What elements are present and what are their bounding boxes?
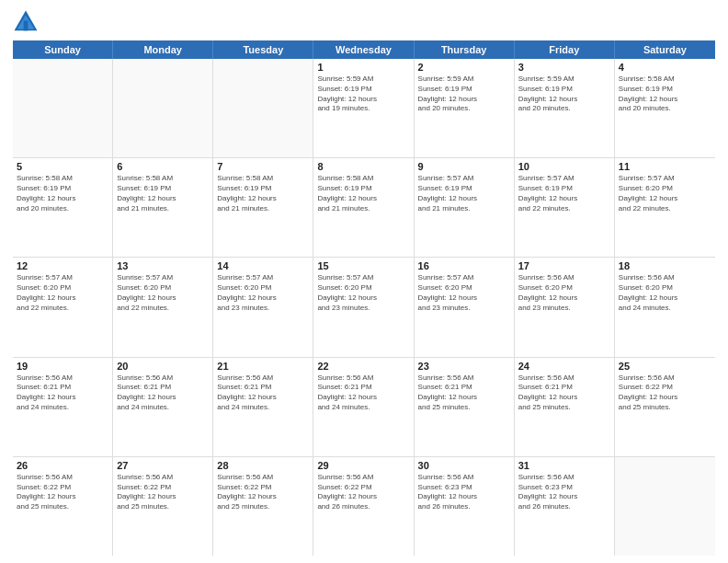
day-number: 20	[117, 361, 209, 372]
day-info: Sunrise: 5:58 AM Sunset: 6:19 PM Dayligh…	[117, 174, 209, 213]
calendar-day-25: 25Sunrise: 5:56 AM Sunset: 6:22 PM Dayli…	[615, 358, 715, 456]
calendar-day-3: 3Sunrise: 5:59 AM Sunset: 6:19 PM Daylig…	[515, 59, 615, 157]
calendar-day-26: 26Sunrise: 5:56 AM Sunset: 6:22 PM Dayli…	[13, 457, 113, 556]
day-info: Sunrise: 5:58 AM Sunset: 6:19 PM Dayligh…	[17, 174, 108, 213]
calendar-day-2: 2Sunrise: 5:59 AM Sunset: 6:19 PM Daylig…	[415, 59, 515, 157]
day-info: Sunrise: 5:57 AM Sunset: 6:20 PM Dayligh…	[117, 273, 209, 313]
day-info: Sunrise: 5:57 AM Sunset: 6:20 PM Dayligh…	[217, 273, 309, 313]
day-number: 17	[518, 260, 610, 271]
calendar-day-19: 19Sunrise: 5:56 AM Sunset: 6:21 PM Dayli…	[13, 358, 113, 456]
day-number: 18	[619, 260, 711, 271]
header	[13, 9, 715, 35]
weekday-header-tuesday: Tuesday	[213, 40, 313, 59]
day-info: Sunrise: 5:56 AM Sunset: 6:21 PM Dayligh…	[217, 373, 309, 413]
svg-rect-2	[24, 20, 28, 30]
calendar-day-21: 21Sunrise: 5:56 AM Sunset: 6:21 PM Dayli…	[213, 358, 313, 456]
day-number: 11	[619, 161, 711, 172]
day-info: Sunrise: 5:58 AM Sunset: 6:19 PM Dayligh…	[619, 75, 711, 114]
day-info: Sunrise: 5:59 AM Sunset: 6:19 PM Dayligh…	[317, 75, 409, 114]
day-info: Sunrise: 5:56 AM Sunset: 6:22 PM Dayligh…	[17, 473, 108, 512]
calendar-day-4: 4Sunrise: 5:58 AM Sunset: 6:19 PM Daylig…	[615, 59, 715, 157]
day-number: 3	[518, 62, 610, 73]
calendar-week-3: 12Sunrise: 5:57 AM Sunset: 6:20 PM Dayli…	[13, 258, 715, 357]
calendar-day-6: 6Sunrise: 5:58 AM Sunset: 6:19 PM Daylig…	[113, 158, 213, 257]
calendar-day-17: 17Sunrise: 5:56 AM Sunset: 6:20 PM Dayli…	[515, 258, 615, 356]
day-number: 1	[317, 62, 409, 73]
day-number: 5	[17, 161, 108, 172]
day-number: 4	[619, 62, 711, 73]
calendar-day-12: 12Sunrise: 5:57 AM Sunset: 6:20 PM Dayli…	[13, 258, 113, 356]
weekday-header-thursday: Thursday	[415, 40, 515, 59]
calendar-page: SundayMondayTuesdayWednesdayThursdayFrid…	[0, 0, 728, 563]
day-info: Sunrise: 5:56 AM Sunset: 6:22 PM Dayligh…	[217, 473, 309, 512]
day-number: 23	[418, 361, 510, 372]
day-info: Sunrise: 5:56 AM Sunset: 6:23 PM Dayligh…	[518, 473, 610, 512]
weekday-header-sunday: Sunday	[13, 40, 113, 59]
day-number: 21	[217, 361, 309, 372]
day-number: 15	[317, 260, 409, 271]
calendar-day-23: 23Sunrise: 5:56 AM Sunset: 6:21 PM Dayli…	[415, 358, 515, 456]
day-number: 31	[518, 460, 610, 471]
calendar-day-7: 7Sunrise: 5:58 AM Sunset: 6:19 PM Daylig…	[213, 158, 313, 257]
weekday-header-wednesday: Wednesday	[313, 40, 414, 59]
calendar-week-1: 1Sunrise: 5:59 AM Sunset: 6:19 PM Daylig…	[13, 59, 715, 158]
day-number: 25	[619, 361, 711, 372]
calendar-day-empty	[213, 59, 313, 157]
day-number: 7	[217, 161, 309, 172]
day-info: Sunrise: 5:57 AM Sunset: 6:20 PM Dayligh…	[317, 273, 409, 313]
calendar-day-empty	[615, 457, 715, 556]
day-info: Sunrise: 5:56 AM Sunset: 6:21 PM Dayligh…	[418, 373, 510, 413]
calendar-day-18: 18Sunrise: 5:56 AM Sunset: 6:20 PM Dayli…	[615, 258, 715, 356]
day-number: 9	[418, 161, 510, 172]
day-info: Sunrise: 5:57 AM Sunset: 6:19 PM Dayligh…	[518, 174, 610, 213]
weekday-header-monday: Monday	[113, 40, 213, 59]
calendar-day-5: 5Sunrise: 5:58 AM Sunset: 6:19 PM Daylig…	[13, 158, 113, 257]
day-info: Sunrise: 5:59 AM Sunset: 6:19 PM Dayligh…	[518, 75, 610, 114]
day-number: 13	[117, 260, 209, 271]
day-info: Sunrise: 5:56 AM Sunset: 6:22 PM Dayligh…	[117, 473, 209, 512]
calendar-day-27: 27Sunrise: 5:56 AM Sunset: 6:22 PM Dayli…	[113, 457, 213, 556]
day-number: 27	[117, 460, 209, 471]
calendar-day-24: 24Sunrise: 5:56 AM Sunset: 6:21 PM Dayli…	[515, 358, 615, 456]
day-info: Sunrise: 5:56 AM Sunset: 6:20 PM Dayligh…	[518, 273, 610, 313]
calendar-day-31: 31Sunrise: 5:56 AM Sunset: 6:23 PM Dayli…	[515, 457, 615, 556]
day-number: 28	[217, 460, 309, 471]
day-info: Sunrise: 5:56 AM Sunset: 6:22 PM Dayligh…	[619, 373, 711, 413]
day-info: Sunrise: 5:57 AM Sunset: 6:20 PM Dayligh…	[619, 174, 711, 213]
day-number: 10	[518, 161, 610, 172]
calendar-day-empty	[113, 59, 213, 157]
calendar-day-20: 20Sunrise: 5:56 AM Sunset: 6:21 PM Dayli…	[113, 358, 213, 456]
day-number: 30	[418, 460, 510, 471]
calendar-day-16: 16Sunrise: 5:57 AM Sunset: 6:20 PM Dayli…	[415, 258, 515, 356]
day-number: 14	[217, 260, 309, 271]
day-number: 19	[17, 361, 108, 372]
calendar-day-13: 13Sunrise: 5:57 AM Sunset: 6:20 PM Dayli…	[113, 258, 213, 356]
day-number: 24	[518, 361, 610, 372]
day-info: Sunrise: 5:56 AM Sunset: 6:20 PM Dayligh…	[619, 273, 711, 313]
day-info: Sunrise: 5:59 AM Sunset: 6:19 PM Dayligh…	[418, 75, 510, 114]
calendar-day-11: 11Sunrise: 5:57 AM Sunset: 6:20 PM Dayli…	[615, 158, 715, 257]
calendar-week-2: 5Sunrise: 5:58 AM Sunset: 6:19 PM Daylig…	[13, 158, 715, 258]
calendar-body: 1Sunrise: 5:59 AM Sunset: 6:19 PM Daylig…	[13, 59, 715, 556]
day-info: Sunrise: 5:57 AM Sunset: 6:20 PM Dayligh…	[418, 273, 510, 313]
day-number: 8	[317, 161, 409, 172]
calendar: SundayMondayTuesdayWednesdayThursdayFrid…	[13, 40, 715, 556]
calendar-day-empty	[13, 59, 113, 157]
calendar-day-29: 29Sunrise: 5:56 AM Sunset: 6:22 PM Dayli…	[313, 457, 414, 556]
calendar-week-5: 26Sunrise: 5:56 AM Sunset: 6:22 PM Dayli…	[13, 457, 715, 556]
day-info: Sunrise: 5:57 AM Sunset: 6:19 PM Dayligh…	[418, 174, 510, 213]
weekday-header-friday: Friday	[515, 40, 615, 59]
calendar-day-9: 9Sunrise: 5:57 AM Sunset: 6:19 PM Daylig…	[415, 158, 515, 257]
calendar-day-8: 8Sunrise: 5:58 AM Sunset: 6:19 PM Daylig…	[313, 158, 414, 257]
calendar-day-1: 1Sunrise: 5:59 AM Sunset: 6:19 PM Daylig…	[313, 59, 414, 157]
day-info: Sunrise: 5:58 AM Sunset: 6:19 PM Dayligh…	[317, 174, 409, 213]
day-info: Sunrise: 5:56 AM Sunset: 6:23 PM Dayligh…	[418, 473, 510, 512]
day-number: 26	[17, 460, 108, 471]
calendar-day-15: 15Sunrise: 5:57 AM Sunset: 6:20 PM Dayli…	[313, 258, 414, 356]
calendar-day-22: 22Sunrise: 5:56 AM Sunset: 6:21 PM Dayli…	[313, 358, 414, 456]
day-info: Sunrise: 5:56 AM Sunset: 6:21 PM Dayligh…	[317, 373, 409, 413]
day-number: 22	[317, 361, 409, 372]
weekday-header-saturday: Saturday	[615, 40, 715, 59]
day-info: Sunrise: 5:56 AM Sunset: 6:21 PM Dayligh…	[117, 373, 209, 413]
day-info: Sunrise: 5:56 AM Sunset: 6:22 PM Dayligh…	[317, 473, 409, 512]
